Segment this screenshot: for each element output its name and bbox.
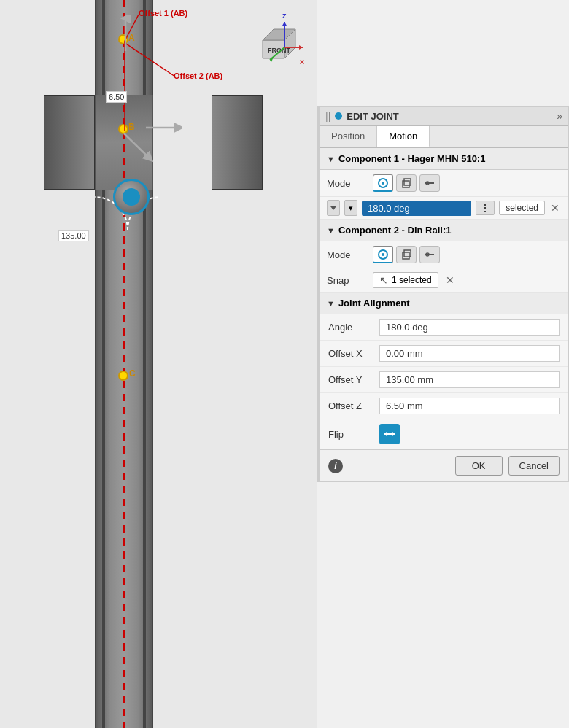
svg-text:X: X — [300, 58, 304, 66]
angle-row: Angle — [320, 314, 568, 341]
svg-marker-16 — [282, 22, 287, 26]
component1-triangle: ▼ — [327, 155, 335, 163]
svg-marker-27 — [330, 206, 336, 210]
cancel-button[interactable]: Cancel — [508, 456, 560, 476]
panel-tabs: Position Motion — [320, 126, 568, 148]
info-icon[interactable]: i — [328, 459, 343, 473]
snap-label: Snap — [327, 275, 367, 286]
cursor-icon: ↖ — [379, 274, 388, 286]
component1-header: ▼ Component 1 - Hager MHN 510:1 — [320, 148, 568, 170]
component1-title: Component 1 - Hager MHN 510:1 — [338, 153, 486, 164]
panel-expand-button[interactable]: » — [557, 110, 562, 122]
offset-y-input[interactable] — [379, 371, 560, 388]
offset-x-row: Offset X — [320, 341, 568, 367]
angle-label: Angle — [328, 322, 379, 333]
edit-joint-panel: || EDIT JOINT » Position Motion ▼ Compon… — [317, 106, 569, 482]
offset-x-input[interactable] — [379, 345, 560, 362]
offset-y-row: Offset Y — [320, 367, 568, 393]
component-right — [212, 95, 263, 190]
mode2-link-btn[interactable] — [419, 246, 440, 263]
marker-c-label: C — [129, 368, 136, 379]
value-type-btn[interactable]: ▾ — [344, 200, 357, 216]
component1-value-input[interactable] — [362, 201, 471, 216]
snap-selected-display: ↖ 1 selected — [373, 272, 438, 288]
mode2-buttons — [373, 246, 440, 263]
component1-dots-btn[interactable]: ⋮ — [476, 201, 495, 215]
svg-marker-35 — [384, 431, 387, 437]
component2-header: ▼ Component 2 - Din Rail:1 — [320, 220, 568, 241]
3d-cube-navigator[interactable]: FRONT Z X — [244, 7, 310, 73]
component1-value-row: ▾ ⋮ selected ✕ — [320, 197, 568, 220]
ok-button[interactable]: OK — [455, 456, 503, 476]
flip-button[interactable] — [379, 424, 400, 444]
panel-status-dot — [335, 112, 342, 120]
dim-650-label: 6.50 — [106, 91, 127, 103]
offset-z-label: Offset Z — [328, 400, 379, 411]
panel-title: EDIT JOINT — [347, 111, 552, 122]
tab-position[interactable]: Position — [320, 126, 377, 147]
mode2-circle-btn[interactable] — [373, 246, 393, 263]
tab-motion[interactable]: Motion — [377, 126, 430, 147]
snap-clear-btn[interactable]: ✕ — [444, 274, 456, 286]
component2-mode-row: Mode — [320, 241, 568, 268]
angle-input[interactable] — [379, 319, 560, 336]
mode1-buttons — [373, 174, 440, 192]
joint-inner — [123, 188, 140, 206]
offset-y-label: Offset Y — [328, 374, 379, 385]
marker-c-dot — [118, 371, 128, 381]
offset-z-row: Offset Z — [320, 393, 568, 419]
mode1-copy-btn[interactable] — [396, 174, 417, 192]
diagonal-arrow — [120, 128, 157, 164]
component1-clear-btn[interactable]: ✕ — [549, 202, 561, 214]
offset1-label: Offset 1 (AB) — [139, 9, 187, 18]
component1-selected-badge: selected — [499, 201, 545, 215]
alignment-triangle: ▼ — [327, 299, 335, 308]
mode1-link-btn[interactable] — [419, 174, 440, 192]
flip-label: Flip — [328, 429, 379, 440]
component2-title: Component 2 - Din Rail:1 — [338, 225, 452, 236]
value-dropdown-btn[interactable] — [327, 200, 340, 216]
svg-line-5 — [124, 133, 150, 158]
component2-triangle: ▼ — [327, 226, 335, 235]
component1-mode-row: Mode — [320, 170, 568, 197]
svg-text:Z: Z — [282, 12, 287, 20]
mode1-label: Mode — [327, 178, 367, 189]
svg-point-29 — [382, 253, 384, 256]
mode2-copy-btn[interactable] — [396, 246, 417, 263]
panel-header: || EDIT JOINT » — [320, 107, 568, 126]
panel-drag-handle[interactable]: || — [325, 110, 330, 122]
mode2-label: Mode — [327, 249, 367, 260]
joint-alignment-title: Joint Alignment — [338, 298, 410, 309]
dim-135-label: 135.00 — [58, 230, 89, 241]
snap-selected-text: 1 selected — [392, 275, 432, 285]
flip-row: Flip — [320, 419, 568, 449]
3d-viewport[interactable]: A B C Offset 1 (AB) Offset 2 (AB) 6.50 1… — [0, 0, 317, 728]
offset-x-label: Offset X — [328, 348, 379, 359]
svg-marker-36 — [392, 431, 395, 437]
offset-z-input[interactable] — [379, 398, 560, 414]
up-arrow — [111, 15, 140, 55]
panel-footer: i OK Cancel — [320, 449, 568, 481]
joint-alignment-header: ▼ Joint Alignment — [320, 293, 568, 314]
svg-point-22 — [382, 182, 384, 185]
offset2-label: Offset 2 (AB) — [174, 71, 222, 80]
component2-snap-row: Snap ↖ 1 selected ✕ — [320, 268, 568, 293]
svg-marker-14 — [299, 45, 303, 50]
mode1-circle-btn[interactable] — [373, 174, 393, 192]
